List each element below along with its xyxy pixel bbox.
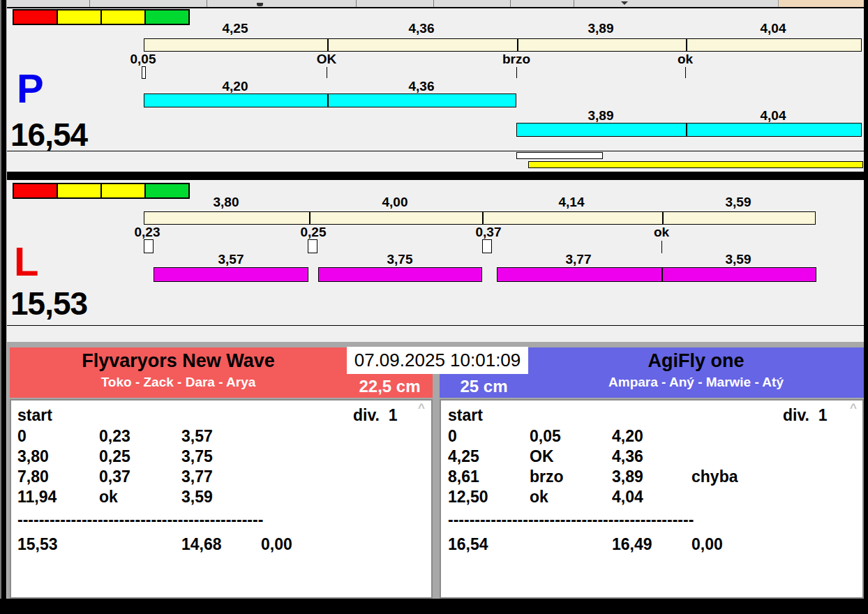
legend-yellow-block: [58, 184, 100, 197]
gate-status-label: OK: [317, 52, 337, 66]
bar-divider: [309, 212, 310, 224]
team-left-jump-height: 22,5 cm: [347, 377, 433, 396]
lane-l-light-legend: [13, 183, 190, 199]
table-cell: 3,80: [17, 446, 49, 467]
table-cell: 3,59: [181, 486, 213, 507]
table-cell: 11,94: [17, 486, 57, 507]
gate-marker-tick: [516, 67, 517, 78]
table-cell: 0,23: [99, 426, 130, 447]
table-cell: OK: [530, 446, 554, 467]
legend-green-block: [146, 184, 188, 197]
split-time-label: 4,36: [409, 22, 435, 35]
table-separator-dashes: ----------------------------------------…: [448, 509, 694, 530]
gate-marker-tick: [685, 67, 686, 78]
gate-status-label: 0,37: [476, 225, 502, 239]
legend-green-block: [146, 10, 188, 24]
split-time-label: 3,80: [214, 195, 239, 209]
dropdown-arrow-icon[interactable]: [621, 1, 628, 5]
legend-red-block: [14, 184, 57, 197]
split-time-label: 4,00: [382, 195, 408, 209]
lane-l-letter: L: [14, 242, 38, 281]
gate-marker-box: [142, 66, 146, 79]
run-time-label: 3,89: [588, 109, 614, 122]
table-cell: 12,50: [448, 486, 488, 507]
window-right-frame: [864, 0, 868, 614]
team-left-members: Toko - Zack - Dara - Arya: [10, 374, 347, 391]
bar-divider: [686, 123, 687, 136]
lane-l-run-bar-3: [497, 267, 816, 282]
run-time-label: 4,36: [409, 80, 435, 93]
split-time-label: 4,14: [559, 195, 585, 209]
lane-p-panel-top-border: [7, 7, 864, 8]
split-time-label: 4,04: [761, 22, 786, 35]
gate-marker-tick: [327, 67, 327, 78]
split-time-label: 4,25: [223, 22, 248, 35]
lane-l-bottom-line: [7, 325, 864, 326]
table-penalty: 0,00: [691, 534, 723, 555]
table-cell: 0: [448, 426, 457, 447]
table-cell: 0,25: [99, 446, 130, 467]
lane-p-yellow-highlight-bar: [528, 161, 863, 168]
table-cell: 0,05: [530, 426, 561, 447]
toolbar-separator: [89, 0, 90, 7]
bar-divider: [482, 212, 484, 224]
team-right-jump-height: 25 cm: [440, 377, 528, 396]
table-cell: ok: [530, 486, 548, 507]
run-time-label: 3,77: [566, 253, 592, 266]
gate-marker-tick: [661, 241, 662, 253]
table-cell: 0: [17, 426, 27, 447]
scroll-up-icon[interactable]: ^: [850, 403, 857, 413]
gate-status-label: 0,23: [135, 225, 160, 239]
lane-l-total-time: 15,53: [10, 287, 87, 320]
scroll-up-icon[interactable]: ^: [418, 403, 425, 413]
table-cell: 4,36: [612, 446, 643, 467]
table-cell: ok: [99, 486, 118, 507]
run-time-label: 4,20: [223, 80, 248, 93]
table-total-time: 15,53: [17, 534, 58, 555]
datetime-box: 07.09.2025 10:01:09: [347, 347, 528, 374]
toolbar-separator: [574, 0, 574, 7]
run-time-label: 3,57: [218, 253, 244, 266]
lane-p-run-bar-2: [516, 123, 862, 137]
flyball-timing-window: 4,25 4,36 3,89 4,04 0,05 OK brzo ok 4,20…: [0, 0, 868, 614]
gate-status-label: 0,05: [130, 52, 156, 66]
team-right-result-box: [440, 399, 864, 599]
table-header-start: start: [448, 405, 483, 426]
table-cell: 4,25: [448, 446, 479, 467]
gate-status-label: brzo: [502, 52, 530, 66]
table-cell: 3,77: [181, 466, 213, 487]
toolbar-separator: [510, 0, 511, 7]
bar-divider: [661, 268, 663, 281]
gate-marker-box: [308, 239, 317, 253]
gate-marker-box: [482, 239, 492, 253]
gate-status-label: 0,25: [301, 225, 327, 239]
table-separator-dashes: ----------------------------------------…: [17, 509, 263, 530]
table-clean-time: 14,68: [181, 534, 222, 555]
toolbar: [7, 0, 778, 7]
table-division: div. 1: [783, 405, 828, 426]
team-left-result-box: [10, 399, 433, 599]
run-time-label: 3,59: [726, 253, 751, 266]
toolbar-separator: [207, 0, 207, 7]
lane-l-run-bar-1: [154, 267, 308, 282]
toolbar-separator: [356, 0, 357, 7]
gate-status-label: ok: [654, 225, 669, 239]
bar-divider: [517, 39, 518, 51]
toolbar-glyph: [257, 3, 263, 6]
split-time-label: 3,89: [588, 22, 614, 35]
table-cell: 4,04: [612, 486, 643, 507]
lane-p-run-bar-1: [144, 93, 516, 107]
run-time-label: 4,04: [761, 109, 786, 122]
bottom-black-band: [0, 599, 868, 614]
legend-red-block: [14, 10, 57, 24]
legend-yellow-block: [58, 10, 100, 24]
toolbar-separator: [433, 0, 434, 7]
split-time-label: 3,59: [726, 195, 751, 209]
table-cell: 7,80: [17, 466, 49, 487]
legend-yellow-block: [102, 184, 144, 197]
gate-status-label: ok: [678, 52, 693, 66]
table-penalty: 0,00: [261, 534, 292, 555]
table-cell: 3,57: [181, 426, 213, 447]
bar-divider: [327, 39, 329, 51]
table-cell: 4,20: [612, 426, 643, 447]
